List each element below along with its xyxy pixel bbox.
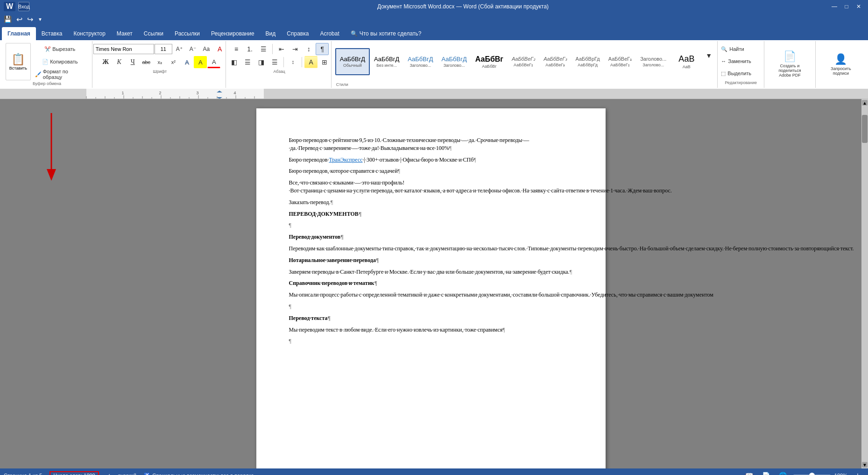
login-button[interactable]: Вход	[18, 2, 29, 11]
find-icon: 🔍	[721, 46, 727, 52]
increase-font-btn[interactable]: A⁺	[173, 43, 186, 55]
style-h2[interactable]: АаБбВгД Заголово...	[438, 48, 471, 75]
font-color-btn[interactable]: A	[207, 56, 220, 68]
paragraph-13: Мы·описали·процесс·работы·с·определенной…	[289, 291, 573, 299]
styles-more-btn[interactable]: ▼	[702, 42, 715, 69]
style-quote[interactable]: АаБбВеГ₂ АаБбВеГ₂	[604, 48, 636, 75]
justify-btn[interactable]: ☰	[268, 56, 281, 68]
restore-button[interactable]: □	[841, 2, 852, 11]
tab-mailings[interactable]: Рассылки	[169, 27, 205, 40]
scroll-thumb[interactable]	[862, 115, 868, 143]
style-h1[interactable]: АаБбВгД Заголово...	[403, 48, 437, 75]
font-size-input[interactable]	[155, 44, 172, 54]
copy-button[interactable]: 📄 Копировать	[32, 56, 88, 68]
view-web-btn[interactable]: 🌐	[776, 469, 790, 475]
subscript-btn[interactable]: х₂	[153, 56, 166, 68]
sort-btn[interactable]: ↕	[302, 43, 315, 55]
style-title[interactable]: АаБбВг АаБбВг	[471, 48, 508, 75]
style-nospace-label: Без инте...	[376, 63, 397, 68]
zoom-in-btn[interactable]: +	[851, 469, 864, 475]
word-count-item[interactable]: Число слов: 1000	[49, 471, 99, 475]
proofing-check-icon: ✓	[106, 473, 111, 475]
underline-btn[interactable]: Ч	[126, 56, 139, 68]
change-case-btn[interactable]: Aa	[200, 43, 213, 55]
scroll-up-btn[interactable]: ▲	[862, 100, 868, 106]
tab-view[interactable]: Вид	[260, 27, 282, 40]
find-btn[interactable]: 🔍 Найти	[720, 43, 761, 55]
paragraph-16: Мы·переводим·текст·в·любом·виде.·Если·ег…	[289, 326, 573, 334]
clear-format-btn[interactable]: A	[213, 43, 226, 55]
replace-btn[interactable]: ↔ Заменить	[720, 55, 761, 67]
line-spacing-btn[interactable]: ↕	[286, 56, 299, 68]
numbering-btn[interactable]: 1.	[243, 43, 256, 55]
page-number: Страница 1 из 5	[4, 473, 42, 475]
scroll-down-btn[interactable]: ▼	[862, 462, 868, 468]
style-h3[interactable]: Заголово... Заголово...	[636, 48, 670, 75]
create-pdf-section: 📄 Создать и поделиться Adobe PDF	[764, 41, 815, 88]
font-name-input[interactable]	[93, 44, 154, 54]
save-quick-btn[interactable]: 💾	[2, 14, 14, 24]
link-tranexpress[interactable]: ТранЭкспресс	[329, 156, 362, 163]
show-marks-btn[interactable]: ¶	[316, 43, 329, 55]
style-strong-preview: АаБбВрГд	[576, 56, 600, 62]
style-h3-preview: Заголово...	[640, 56, 666, 62]
undo-quick-btn[interactable]: ↩	[14, 14, 24, 25]
strikethrough-btn[interactable]: abc	[140, 56, 153, 68]
bullets-btn[interactable]: ≡	[230, 43, 243, 55]
style-h3-label: Заголово...	[642, 63, 664, 67]
view-print-btn[interactable]: 📄	[760, 469, 773, 475]
redo-quick-btn[interactable]: ↪	[25, 14, 35, 25]
text-effects-btn[interactable]: A	[180, 56, 193, 68]
shading-btn[interactable]: A	[304, 56, 318, 68]
document-page[interactable]: Бюро·переводов·с·рейтингом·9,5·из·10.·Сл…	[256, 108, 606, 468]
tab-layout[interactable]: Макет	[111, 27, 138, 40]
style-normal[interactable]: АаБбВгД Обычный	[335, 48, 370, 75]
multilevel-btn[interactable]: ☰	[257, 43, 270, 55]
vertical-scrollbar[interactable]: ▲ ▼	[861, 99, 868, 468]
style-nospace[interactable]: АаБбВгД Без инте...	[370, 48, 403, 75]
quick-access-dropdown[interactable]: ▼	[36, 16, 44, 23]
style-aav[interactable]: АаВ АаВ	[670, 48, 702, 75]
style-subtitle-preview: АаБбВеГ₂	[512, 56, 535, 62]
tab-help[interactable]: Справка	[281, 27, 314, 40]
style-emphasis[interactable]: АаБбВеГ₃ АаБбВеГ₃	[539, 48, 571, 75]
italic-btn[interactable]: К	[113, 56, 126, 68]
paste-button[interactable]: 📋 Вставить	[6, 43, 31, 80]
tab-home[interactable]: Главная	[2, 27, 36, 40]
highlight-btn[interactable]: A	[194, 56, 207, 68]
tab-design[interactable]: Конструктор	[68, 27, 111, 40]
tab-review[interactable]: Рецензирование	[205, 27, 260, 40]
style-strong[interactable]: АаБбВрГд АаБбВрГд	[572, 48, 604, 75]
paragraph-section: ≡ 1. ☰ ⇤ ⇥ ↕ ¶ ◧ ☰ ◨ ☰ ↕ A ⊞ Абзац	[228, 41, 332, 88]
style-subtitle[interactable]: АаБбВеГ₂ АаБбВеГ₂	[508, 48, 539, 75]
tab-search[interactable]: 🔍 Что вы хотите сделать?	[345, 27, 427, 40]
create-pdf-btn[interactable]: 📄 Создать и поделиться Adobe PDF	[768, 48, 811, 80]
paragraph-9: Переводим·как·шаблонные·документы·типа·с…	[289, 245, 573, 253]
paragraph-17-empty	[289, 337, 573, 345]
align-left-btn[interactable]: ◧	[227, 56, 240, 68]
zoom-level: 100%	[834, 473, 847, 475]
align-center-btn[interactable]: ☰	[241, 56, 254, 68]
editing-section: 🔍 Найти ↔ Заменить ⬚ Выделить Редактиров…	[718, 41, 764, 88]
request-signature-btn[interactable]: 👤 Запросить подписи	[819, 51, 862, 78]
editing-label: Редактирование	[720, 80, 761, 85]
view-read-btn[interactable]: 📖	[743, 469, 756, 475]
borders-btn[interactable]: ⊞	[318, 56, 331, 68]
tab-insert[interactable]: Вставка	[36, 27, 68, 40]
minimize-button[interactable]: —	[829, 2, 840, 11]
bold-btn[interactable]: Ж	[99, 56, 112, 68]
tab-references[interactable]: Ссылки	[138, 27, 169, 40]
word-count-badge[interactable]: Число слов: 1000	[49, 471, 99, 475]
close-button[interactable]: ✕	[853, 2, 864, 11]
page-wrapper: Бюро·переводов·с·рейтингом·9,5·из·10.·Сл…	[0, 99, 861, 468]
select-btn[interactable]: ⬚ Выделить	[720, 67, 761, 79]
tab-acrobat[interactable]: Acrobat	[314, 27, 345, 40]
increase-indent-btn[interactable]: ⇥	[289, 43, 302, 55]
decrease-indent-btn[interactable]: ⇤	[275, 43, 288, 55]
align-right-btn[interactable]: ◨	[254, 56, 268, 68]
format-painter-button[interactable]: 🖌️ Формат по образцу	[32, 68, 88, 80]
superscript-btn[interactable]: х²	[167, 56, 180, 68]
style-emphasis-preview: АаБбВеГ₃	[543, 56, 567, 62]
decrease-font-btn[interactable]: A⁻	[186, 43, 199, 55]
cut-button[interactable]: ✂️ Вырезать	[32, 43, 88, 55]
